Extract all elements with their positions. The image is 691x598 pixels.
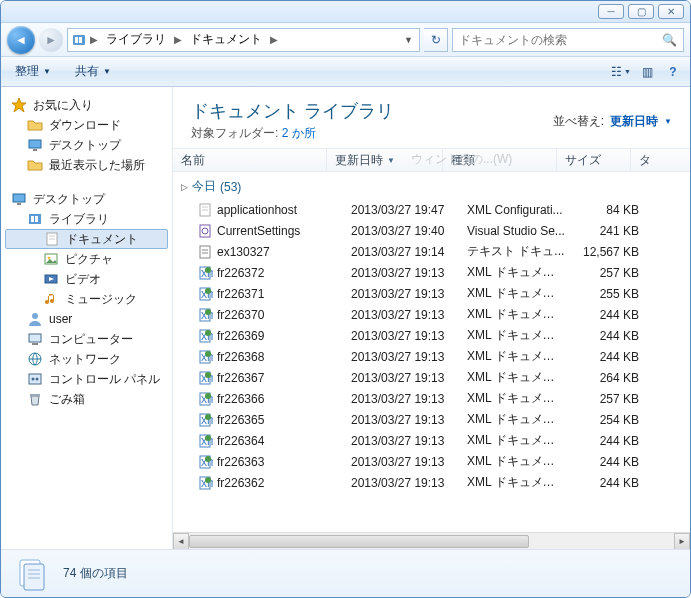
- sidebar-fav-0[interactable]: ダウンロード: [1, 115, 172, 135]
- group-label: 今日: [192, 178, 216, 195]
- file-row[interactable]: xmlfr2263712013/03/27 19:13XML ドキュメント255…: [177, 283, 690, 304]
- scroll-right-button[interactable]: ►: [674, 533, 690, 550]
- panel-icon: [27, 371, 43, 387]
- sidebar-lib-2[interactable]: ビデオ: [1, 269, 172, 289]
- documents-icon: [13, 555, 51, 593]
- star-icon: [11, 97, 27, 113]
- column-modified[interactable]: 更新日時▼: [327, 149, 443, 171]
- sidebar-other-0[interactable]: user: [1, 309, 172, 329]
- sidebar-other-1[interactable]: コンピューター: [1, 329, 172, 349]
- column-tag[interactable]: タ: [631, 149, 690, 171]
- column-name[interactable]: 名前: [173, 149, 327, 171]
- scroll-left-button[interactable]: ◄: [173, 533, 189, 550]
- collapse-icon[interactable]: ▷: [181, 182, 188, 192]
- navbar: ◄ ► ▶ ライブラリ ▶ ドキュメント ▶ ▼ ↻ 🔍: [1, 23, 690, 57]
- file-row[interactable]: applicationhost2013/03/27 19:47XML Confi…: [177, 199, 690, 220]
- file-name: fr226368: [217, 350, 264, 364]
- arrange-by[interactable]: 並べ替え: 更新日時 ▼: [553, 113, 672, 130]
- minimize-button[interactable]: ─: [598, 4, 624, 19]
- svg-point-39: [205, 288, 211, 294]
- sidebar-desktop[interactable]: デスクトップ: [1, 189, 172, 209]
- chevron-right-icon[interactable]: ▶: [88, 34, 100, 45]
- sidebar-item-label: コンピューター: [49, 331, 133, 348]
- sidebar-lib-0[interactable]: ドキュメント: [5, 229, 168, 249]
- xml-icon: xml: [197, 370, 213, 386]
- sidebar-libraries[interactable]: ライブラリ: [1, 209, 172, 229]
- sidebar-favorites[interactable]: お気に入り: [1, 95, 172, 115]
- chevron-right-icon[interactable]: ▶: [172, 34, 184, 45]
- file-row[interactable]: xmlfr2263652013/03/27 19:13XML ドキュメント254…: [177, 409, 690, 430]
- txt-icon: [197, 244, 213, 260]
- cell-name: xmlfr226368: [189, 349, 343, 365]
- svg-rect-7: [17, 203, 21, 205]
- toolbar: 整理 ▼ 共有 ▼ ☷ ▼ ▥ ?: [1, 57, 690, 87]
- file-row[interactable]: xmlfr2263672013/03/27 19:13XML ドキュメント264…: [177, 367, 690, 388]
- column-size[interactable]: サイズ: [557, 149, 631, 171]
- file-row[interactable]: xmlfr2263722013/03/27 19:13XML ドキュメント257…: [177, 262, 690, 283]
- file-row[interactable]: CurrentSettings2013/03/27 19:40Visual St…: [177, 220, 690, 241]
- refresh-button[interactable]: ↻: [424, 28, 448, 52]
- cell-date: 2013/03/27 19:13: [343, 350, 459, 364]
- sidebar-other-2[interactable]: ネットワーク: [1, 349, 172, 369]
- file-row[interactable]: xmlfr2263662013/03/27 19:13XML ドキュメント257…: [177, 388, 690, 409]
- svg-rect-10: [35, 216, 38, 222]
- cell-name: xmlfr226369: [189, 328, 343, 344]
- breadcrumb-dropdown[interactable]: ▼: [400, 35, 417, 45]
- breadcrumb-documents[interactable]: ドキュメント: [184, 29, 268, 51]
- main: お気に入りダウンロードデスクトップ最近表示した場所デスクトップライブラリドキュメ…: [1, 87, 690, 549]
- cell-name: xmlfr226362: [189, 475, 343, 491]
- svg-rect-9: [31, 216, 34, 222]
- scroll-thumb[interactable]: [189, 535, 529, 548]
- file-row[interactable]: xmlfr2263622013/03/27 19:13XML ドキュメント244…: [177, 472, 690, 493]
- cell-size: 244 KB: [573, 476, 647, 490]
- cell-type: XML ドキュメント: [459, 474, 573, 491]
- chevron-right-icon[interactable]: ▶: [268, 34, 280, 45]
- file-row[interactable]: xmlfr2263692013/03/27 19:13XML ドキュメント244…: [177, 325, 690, 346]
- file-row[interactable]: xmlfr2263682013/03/27 19:13XML ドキュメント244…: [177, 346, 690, 367]
- breadcrumb-libraries[interactable]: ライブラリ: [100, 29, 172, 51]
- column-type[interactable]: 種類: [443, 149, 557, 171]
- sidebar-item-label: デスクトップ: [49, 137, 121, 154]
- nav-back-button[interactable]: ◄: [7, 26, 35, 54]
- close-button[interactable]: ✕: [658, 4, 684, 19]
- cell-size: 255 KB: [573, 287, 647, 301]
- preview-pane-button[interactable]: ▥: [638, 63, 656, 81]
- file-list[interactable]: ▷ 今日 (53) applicationhost2013/03/27 19:4…: [173, 172, 690, 532]
- sidebar-other-3[interactable]: コントロール パネル: [1, 369, 172, 389]
- sidebar-fav-2[interactable]: 最近表示した場所: [1, 155, 172, 175]
- help-icon: ?: [669, 65, 676, 79]
- sidebar-other-4[interactable]: ごみ箱: [1, 389, 172, 409]
- sidebar-fav-1[interactable]: デスクトップ: [1, 135, 172, 155]
- file-name: ex130327: [217, 245, 270, 259]
- search-box[interactable]: 🔍: [452, 28, 684, 52]
- file-name: fr226363: [217, 455, 264, 469]
- maximize-button[interactable]: ▢: [628, 4, 654, 19]
- svg-point-18: [32, 313, 38, 319]
- file-row[interactable]: xmlfr2263642013/03/27 19:13XML ドキュメント244…: [177, 430, 690, 451]
- file-row[interactable]: xmlfr2263702013/03/27 19:13XML ドキュメント244…: [177, 304, 690, 325]
- cell-name: CurrentSettings: [189, 223, 343, 239]
- file-row[interactable]: xmlfr2263632013/03/27 19:13XML ドキュメント244…: [177, 451, 690, 472]
- chevron-down-icon: ▼: [43, 67, 51, 76]
- nav-forward-button: ►: [39, 28, 63, 52]
- file-name: fr226365: [217, 413, 264, 427]
- sidebar-lib-3[interactable]: ミュージック: [1, 289, 172, 309]
- file-row[interactable]: ex1303272013/03/27 19:14テキスト ドキュ...12,56…: [177, 241, 690, 262]
- horizontal-scrollbar[interactable]: ◄ ►: [173, 532, 690, 549]
- column-modified-label: 更新日時: [335, 152, 383, 169]
- share-menu[interactable]: 共有 ▼: [69, 60, 117, 83]
- organize-menu[interactable]: 整理 ▼: [9, 60, 57, 83]
- help-button[interactable]: ?: [664, 63, 682, 81]
- subfolder-count-link[interactable]: 2 か所: [282, 126, 316, 140]
- search-input[interactable]: [459, 33, 662, 47]
- cell-size: 257 KB: [573, 392, 647, 406]
- breadcrumb[interactable]: ▶ ライブラリ ▶ ドキュメント ▶ ▼: [67, 28, 420, 52]
- cell-size: 244 KB: [573, 308, 647, 322]
- sidebar-item-label: ダウンロード: [49, 117, 121, 134]
- preview-icon: ▥: [642, 65, 653, 79]
- sidebar-lib-1[interactable]: ピクチャ: [1, 249, 172, 269]
- view-options-button[interactable]: ☷ ▼: [612, 63, 630, 81]
- page-title: ドキュメント ライブラリ: [191, 99, 394, 123]
- group-header-today[interactable]: ▷ 今日 (53): [177, 172, 690, 199]
- comp-icon: [27, 331, 43, 347]
